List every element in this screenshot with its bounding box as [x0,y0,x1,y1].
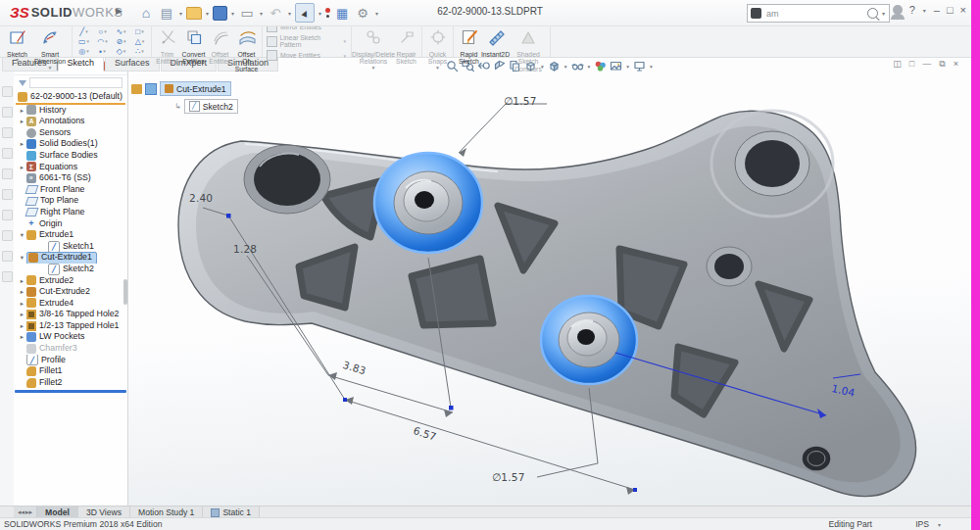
tree-expand-icon[interactable]: ▸ [18,116,26,127]
tree-item-sketch1[interactable]: ╱Sketch1 [14,241,127,253]
tree-expand-icon[interactable]: ▾ [18,252,26,264]
minimize-button[interactable]: – [934,4,940,16]
tree-item-origin[interactable]: +Origin [14,218,127,230]
edit-appearance-icon[interactable] [594,60,607,72]
dimension-label-3[interactable]: 1.28 [233,243,257,255]
offset-entities-button[interactable]: Offset Entities [207,26,233,56]
tree-item-cut-extrude1[interactable]: ▾Cut-Extrude1 [14,252,127,264]
quick-snaps-button[interactable]: Quick Snaps▼ [424,26,451,56]
trim-entities-button[interactable]: Trim Entities [154,26,180,56]
shaded-sketch-contours-button[interactable]: Shaded Sketch Contours [509,26,548,56]
dropdown-caret-icon[interactable]: ▾ [564,64,567,70]
left-strip-icon-1[interactable] [2,86,13,97]
sketch-button[interactable]: Sketch▼ [4,26,30,56]
breadcrumb-sketch-chip[interactable]: ╱ Sketch2 [184,99,238,114]
tree-item-extrude4[interactable]: ▸Extrude4 [14,298,127,310]
dimension-label-1[interactable]: ∅1.57 [504,95,537,107]
search-caret-icon[interactable]: ▾ [882,10,885,17]
tree-item-surface-bodies[interactable]: Surface Bodies [14,150,127,162]
corner-rectangle-icon[interactable]: □▾ [130,26,149,36]
tree-item-lw-pockets[interactable]: ▸LW Pockets [14,331,127,343]
tree-expand-icon[interactable]: ▸ [18,320,26,332]
rollback-bar[interactable] [15,390,126,393]
left-strip-icon-9[interactable] [2,251,13,262]
restore-doc-button[interactable]: ⧉ [939,59,945,70]
text-icon[interactable]: ∴▾ [130,46,149,56]
rapid-sketch-button[interactable]: Rapid Sketch [456,26,482,56]
graphics-viewport[interactable] [127,57,971,506]
tree-expand-icon[interactable]: ▸ [18,309,26,320]
smart-dimension-button[interactable]: Smart Dimension▼ [30,26,70,56]
help-caret-icon[interactable]: ▾ [923,7,926,14]
tree-item-solid-bodies-1-[interactable]: ▸Solid Bodies(1) [14,138,127,150]
help-button[interactable]: ? [909,4,915,16]
tree-item-profile[interactable]: ╱Profile [14,355,127,366]
tree-expand-icon[interactable]: ▸ [18,286,26,298]
center-rectangle-icon[interactable]: ▭▾ [74,36,93,46]
tree-item-equations[interactable]: ▸ΣEquations [14,162,127,173]
move-entities-button[interactable]: Move Entities▾ [265,50,349,61]
tree-root-item[interactable]: 62-02-9000-13 (Default) [14,91,127,103]
convert-entities-button[interactable]: Convert Entities [180,26,207,56]
instant2d-button[interactable]: Instant2D [482,26,509,56]
tree-item-1-2-13-tapped-hole1[interactable]: ▸1/2-13 Tapped Hole1 [14,320,127,332]
search-scope-icon[interactable] [751,8,761,19]
user-account-icon[interactable] [893,5,903,15]
search-icon[interactable] [867,8,878,19]
fillet-icon[interactable]: ◇▾ [112,46,130,56]
body-icon[interactable] [145,83,157,95]
tree-item-extrude1[interactable]: ▾Extrude1 [14,229,127,241]
tab-surfaces[interactable]: Surfaces [105,56,160,72]
minimize-doc-button[interactable]: — [922,59,931,70]
tree-item-top-plane[interactable]: Top Plane [14,195,127,207]
tree-item-sketch2[interactable]: ╱Sketch2 [14,264,127,275]
left-strip-icon-5[interactable] [2,169,13,179]
circle-icon[interactable]: ○▾ [93,26,112,36]
tree-item-fillet1[interactable]: Fillet1 [14,365,127,377]
units-label[interactable]: IPS [915,519,929,529]
hide-show-items-icon[interactable] [571,60,584,72]
left-strip-icon-10[interactable] [2,271,13,282]
tree-item-cut-extrude2[interactable]: ▸Cut-Extrude2 [14,286,127,298]
left-strip-icon-8[interactable] [2,230,13,241]
tree-item-front-plane[interactable]: Front Plane [14,184,127,196]
close-button[interactable]: × [960,4,966,16]
viewport-single-button[interactable]: □ [909,59,914,70]
dropdown-caret-icon[interactable]: ▾ [588,64,591,70]
tree-expand-icon[interactable]: ▸ [18,275,26,287]
left-strip-icon-4[interactable] [2,148,13,159]
tree-expand-icon[interactable]: ▸ [18,298,26,310]
tree-item-3-8-16-tapped-hole2[interactable]: ▸3/8-16 Tapped Hole2 [14,309,127,320]
tree-expand-icon[interactable]: ▾ [18,229,26,241]
tree-expand-icon[interactable]: ▸ [18,105,26,117]
point-icon[interactable]: ▪▾ [93,46,112,56]
dropdown-caret-icon[interactable]: ▾ [626,64,629,70]
dimension-label-6[interactable]: ∅1.57 [492,471,525,483]
tree-item-history[interactable]: ▸History [14,105,127,117]
left-strip-icon-6[interactable] [2,189,13,200]
dropdown-caret-icon[interactable]: ▾ [650,64,653,70]
tree-item-extrude2[interactable]: ▸Extrude2 [14,275,127,287]
search-input[interactable] [764,8,864,20]
part-icon[interactable] [131,84,142,94]
maximize-button[interactable]: □ [947,4,954,16]
ellipse-icon[interactable]: ⊘▾ [112,36,130,46]
section-view-icon[interactable] [493,60,506,72]
spline-icon[interactable]: ∿▾ [112,26,130,36]
viewport-split-button[interactable]: ◫ [893,59,902,70]
offset-on-surface-button[interactable]: Offset On Surface [233,26,260,56]
left-strip-icon-2[interactable] [2,107,13,118]
arc-icon[interactable]: ◠▾ [93,36,112,46]
dimension-label-2[interactable]: 2.40 [189,192,213,204]
slot-icon[interactable]: ◎▾ [74,46,93,56]
line-icon[interactable]: ╱▾ [74,26,93,36]
tree-item-annotations[interactable]: ▸AAnnotations [14,116,127,127]
display-style-icon[interactable] [548,60,561,72]
linear-sketch-pattern-button[interactable]: Linear Sketch Pattern▾ [265,34,349,48]
search-box[interactable]: ▾ [747,4,890,23]
left-strip-icon-3[interactable] [2,127,13,138]
tree-item-fillet2[interactable]: Fillet2 [14,377,127,389]
repair-sketch-button[interactable]: Repair Sketch [393,26,419,56]
panel-splitter-handle[interactable] [123,279,127,305]
tree-expand-icon[interactable]: ▸ [18,331,26,343]
